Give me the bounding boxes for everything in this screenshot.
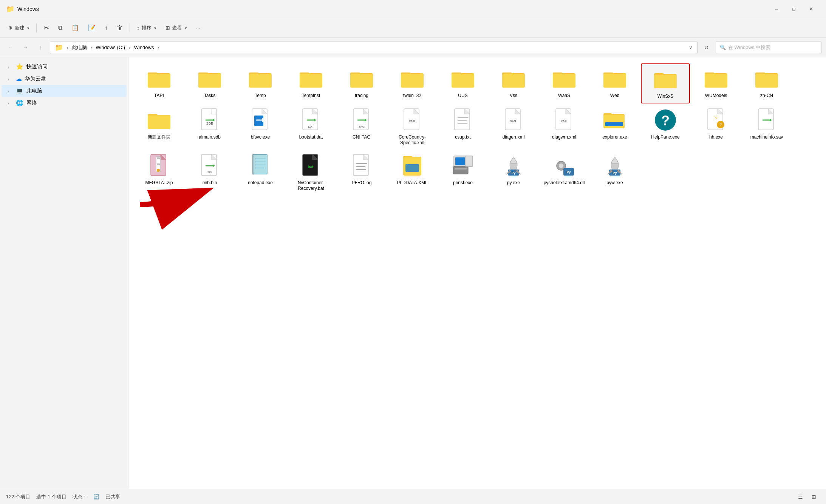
file-item-pyw-exe[interactable]: Py pyw.exe [590,151,639,195]
file-icon-notepad [248,154,272,178]
file-item-diagwrn[interactable]: XML diagwrn.xml [540,105,589,149]
file-icon-mfgstat-zip [147,154,171,178]
forward-button[interactable]: → [20,42,32,54]
svg-rect-120 [455,168,467,170]
file-name-waas: WaaS [558,93,570,99]
svg-rect-5 [198,74,221,88]
file-item-winsxs[interactable]: WinSxS [641,63,690,103]
sidebar-item-quick-access[interactable]: › ⭐ 快速访问 [2,61,127,72]
file-item-web[interactable]: Web [590,63,639,103]
address-crumb-thispc: 此电脑 [72,44,87,51]
file-item-plddata[interactable]: PLDDATA.XML [388,151,437,195]
view-button[interactable]: ⊞ 查看 ∨ [162,22,191,34]
file-item-machineinfo[interactable]: machineinfo.sav [742,105,791,149]
search-box[interactable]: 🔍 在 Windows 中搜索 [716,41,821,54]
file-item-tasks[interactable]: Tasks [185,63,234,103]
file-item-mfgstat-zip[interactable]: MFGSTAT.zip [135,151,184,195]
share-button[interactable]: ↑ [101,22,111,34]
file-item-pyshellext[interactable]: Py pyshellext.amd64.dll [540,151,589,195]
sidebar-item-huawei-cloud[interactable]: › ☁ 华为云盘 [2,73,127,85]
copy-button[interactable]: ⧉ [54,22,66,34]
folder-icon-tracing [350,66,374,91]
svg-rect-38 [755,74,778,88]
file-item-corexml[interactable]: XML CoreCountry­Specific.xml [388,105,437,149]
more-button[interactable]: ··· [192,23,204,33]
file-item-mib-bin[interactable]: BIN mib.bin [185,151,234,195]
file-item-temp[interactable]: Temp [236,63,285,103]
file-name-cni-tag: CNI.TAG [353,134,371,140]
file-name-tracing: tracing [355,93,368,99]
file-item-almain-sdb[interactable]: SDB almain.sdb [185,105,234,149]
file-item-helppane[interactable]: ? HelpPane.exe [641,105,690,149]
sort-button[interactable]: ↕ 排序 ∨ [133,22,160,34]
file-item-cni-tag[interactable]: TAG CNI.TAG [337,105,386,149]
file-item-py-exe[interactable]: Py py.exe [489,151,538,195]
file-item-uus[interactable]: UUS [438,63,487,103]
svg-text:Py: Py [511,171,515,175]
address-dropdown-icon[interactable]: ∨ [689,45,693,50]
minimize-button[interactable]: ─ [768,3,785,15]
file-item-waas[interactable]: WaaS [540,63,589,103]
sidebar-item-this-pc[interactable]: › 💻 此电脑 [2,85,127,97]
content-area: TAPI Tasks Temp [128,57,826,489]
address-box[interactable]: 📁 › 此电脑 › Windows (C:) › Windows › ∨ [50,41,698,54]
up-button[interactable]: ↑ [35,42,47,54]
address-crumb-windows: Windows [134,45,154,50]
sidebar-item-network[interactable]: › 🌐 网络 [2,97,127,109]
svg-text:Py: Py [566,170,571,174]
file-item-tracing[interactable]: tracing [337,63,386,103]
back-button[interactable]: ← [5,42,17,54]
sidebar-label-network: 网络 [26,100,121,106]
svg-rect-23 [502,74,525,88]
grid-view-button[interactable]: ⊞ [808,492,820,502]
file-item-wumodels[interactable]: WUModels [691,63,741,103]
file-item-tapi[interactable]: TAPI [135,63,184,103]
refresh-button[interactable]: ↺ [701,42,713,54]
file-item-prinst[interactable]: prinst.exe [438,151,487,195]
new-button[interactable]: ⊕ 新建 ∨ [5,22,33,34]
view-icon: ⊞ [166,25,170,31]
file-item-zhcn[interactable]: zh-CN [742,63,791,103]
file-icon-pyshellext: Py [552,154,576,178]
delete-button[interactable]: 🗑 [113,22,127,34]
folder-icon-twain32 [400,66,424,91]
file-item-csup-txt[interactable]: csup.txt [438,105,487,149]
file-item-hhexe[interactable]: ? ? hh.exe [691,105,741,149]
file-item-twain32[interactable]: twain_32 [388,63,437,103]
file-name-hhexe: hh.exe [709,134,723,140]
file-item-bootstat-dat[interactable]: DAT bootstat.dat [286,105,336,149]
file-name-mfgstat-zip: MFGSTAT.zip [145,180,173,186]
status-bar: 122 个项目 选中 1 个项目 状态： 🔄 已共享 ☰ ⊞ [0,489,826,504]
svg-rect-26 [553,74,575,88]
paste-icon: 📋 [71,24,79,31]
file-item-notepad[interactable]: notepad.exe [236,151,285,195]
folder-icon-waas [552,66,576,91]
file-name-temp: Temp [255,93,266,99]
file-item-bfsvc-exe[interactable]: bfsvc.exe [236,105,285,149]
file-item-new-folder[interactable]: 新建文件夹 [135,105,184,149]
svg-rect-20 [452,74,474,88]
this-pc-icon: 💻 [16,87,23,94]
file-item-vss[interactable]: Vss [489,63,538,103]
search-placeholder: 在 Windows 中搜索 [728,44,770,51]
file-item-tempinst[interactable]: TempInst [286,63,336,103]
cut-button[interactable]: ✂ [40,22,53,34]
svg-text:XML: XML [510,119,517,123]
network-icon: 🌐 [16,99,23,106]
file-item-pfro-log[interactable]: PFRO.log [337,151,386,195]
maximize-button[interactable]: □ [785,3,803,15]
sort-icon: ↕ [137,25,139,31]
list-view-button[interactable]: ☰ [794,492,806,502]
file-icon-machineinfo [755,108,779,132]
svg-rect-2 [148,74,170,88]
file-item-diagerr[interactable]: XML diagerr.xml [489,105,538,149]
close-button[interactable]: ✕ [803,3,820,15]
file-item-nvcontainer[interactable]: bat NvContainer­Recovery.bat [286,151,336,195]
rename-button[interactable]: 📝 [84,22,99,34]
file-item-explorer[interactable]: explorer.exe [590,105,639,149]
address-folder-icon: 📁 [55,43,63,52]
svg-text:Py: Py [613,171,617,175]
svg-rect-17 [401,74,424,88]
paste-button[interactable]: 📋 [68,22,83,34]
file-name-almain-sdb: almain.sdb [199,134,221,140]
